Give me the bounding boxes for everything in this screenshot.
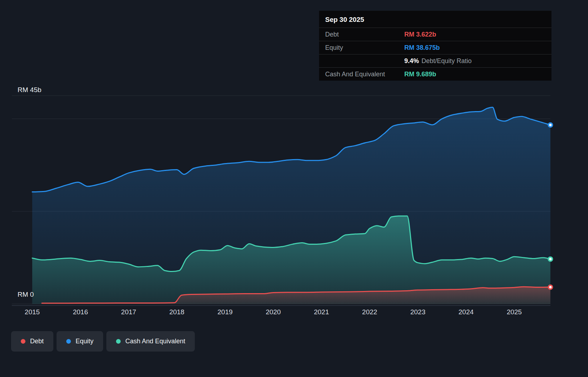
legend-label-debt: Debt [30, 338, 44, 345]
legend-label-cash: Cash And Equivalent [125, 338, 185, 345]
x-axis-label-2017: 2017 [111, 308, 146, 316]
x-axis-label-2023: 2023 [400, 308, 436, 316]
legend-item-cash[interactable]: Cash And Equivalent [106, 331, 195, 352]
tooltip-row-equity: Equity RM 38.675b [319, 41, 551, 54]
legend: Debt Equity Cash And Equivalent [11, 331, 195, 352]
tooltip-row-cash: Cash And Equivalent RM 9.689b [319, 67, 551, 81]
tooltip-card: Sep 30 2025 Debt RM 3.622b Equity RM 38.… [319, 11, 551, 81]
tooltip-cash-label: Cash And Equivalent [325, 71, 404, 78]
x-axis-label-2020: 2020 [255, 308, 291, 316]
tooltip-ratio-caption: Debt/Equity Ratio [421, 57, 472, 65]
tooltip-row-ratio: 9.4%Debt/Equity Ratio [319, 54, 551, 67]
x-axis-label-2021: 2021 [304, 308, 339, 316]
x-axis-label-2018: 2018 [159, 308, 195, 316]
x-axis-label-2024: 2024 [448, 308, 484, 316]
cash-series-dot-icon [116, 339, 121, 344]
tooltip-date: Sep 30 2025 [319, 11, 551, 28]
y-axis-label-zero: RM 0 [18, 291, 34, 299]
debt-series-dot-icon [21, 339, 25, 344]
legend-item-debt[interactable]: Debt [11, 331, 53, 352]
legend-label-equity: Equity [76, 338, 93, 345]
x-axis-label-2025: 2025 [496, 308, 532, 316]
tooltip-debt-value: RM 3.622b [404, 31, 545, 38]
equity-series-dot-icon [66, 339, 71, 344]
legend-item-equity[interactable]: Equity [57, 331, 103, 352]
tooltip-equity-value: RM 38.675b [404, 44, 545, 52]
chart-panel: RM 45b RM 0 Sep 30 2025 Debt RM 3.622b E… [0, 0, 588, 377]
x-axis-label-2019: 2019 [207, 308, 243, 316]
tooltip-debt-label: Debt [325, 31, 404, 38]
tooltip-cash-value: RM 9.689b [404, 71, 545, 78]
cash-and-equivalent-endpoint-dot [549, 257, 553, 261]
y-axis-label-top: RM 45b [18, 86, 42, 94]
x-axis-label-2016: 2016 [63, 308, 98, 316]
x-axis-label-2015: 2015 [14, 308, 50, 316]
tooltip-ratio-percent: 9.4% [404, 57, 419, 65]
tooltip-equity-label: Equity [325, 44, 404, 52]
tooltip-row-debt: Debt RM 3.622b [319, 28, 551, 41]
equity-endpoint-dot [549, 123, 553, 127]
tooltip-ratio-value: 9.4%Debt/Equity Ratio [404, 57, 545, 65]
debt-endpoint-dot [549, 285, 553, 289]
x-axis-label-2022: 2022 [352, 308, 387, 316]
